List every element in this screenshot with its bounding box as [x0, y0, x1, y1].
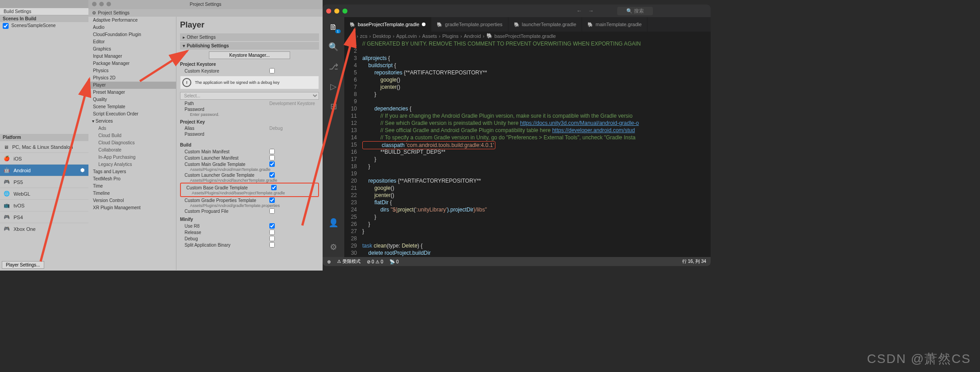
player-settings-button[interactable]: Player Settings...	[2, 261, 44, 269]
explorer-icon[interactable]: 🗎1	[328, 22, 339, 32]
sidebar-item-adaptive-performance[interactable]: Adaptive Performance	[88, 17, 176, 24]
nav-arrows[interactable]: ←→	[577, 8, 594, 14]
platform-pc-mac-linux-standalon[interactable]: 🖥PC, Mac & Linux Standalon	[0, 141, 88, 152]
breadcrumb-item[interactable]: Assets	[422, 33, 437, 39]
platform-xbox-one[interactable]: 🎮Xbox One	[0, 223, 88, 234]
sidebar-item-audio[interactable]: Audio	[88, 24, 176, 31]
search-icon[interactable]: 🔍	[328, 41, 339, 52]
build-checkbox[interactable]	[269, 197, 275, 203]
code-content[interactable]: // GENERATED BY UNITY. REMOVE THIS COMME…	[362, 40, 711, 257]
sidebar-item-cloud-build[interactable]: Cloud Build	[88, 132, 176, 139]
sidebar-item-timeline[interactable]: Timeline	[88, 190, 176, 197]
platform-ps4[interactable]: 🎮PS4	[0, 211, 88, 223]
account-icon[interactable]: 👤	[328, 217, 339, 228]
sidebar-item-graphics[interactable]: Graphics	[88, 46, 176, 53]
sidebar-item-physics-2d[interactable]: Physics 2D	[88, 74, 176, 82]
alias-value: Debug	[269, 126, 319, 131]
traffic-lights[interactable]	[326, 9, 347, 14]
platform-android[interactable]: 🤖Android⬢	[0, 164, 88, 176]
breadcrumb-item[interactable]: baseProjectTemplate.gradle	[495, 33, 556, 39]
platform-webgl[interactable]: 🌐WebGL	[0, 188, 88, 199]
sidebar-item-player[interactable]: Player	[88, 82, 176, 89]
minify-checkbox[interactable]	[269, 223, 275, 229]
line-col-status[interactable]: 行 16, 列 34	[682, 258, 706, 265]
status-bar[interactable]: ⊕ ⚠ 受限模式 ⊘ 0 ⚠ 0 📡 0 行 16, 列 34	[323, 257, 711, 266]
breadcrumb-item[interactable]: Desktop	[373, 33, 391, 39]
editor-tab-launcherTemplate-gradle[interactable]: 🐘launcherTemplate.gradle	[508, 17, 582, 32]
breadcrumb[interactable]: rs›zcs›Desktop›AppLovin›Assets›Plugins›A…	[344, 32, 711, 40]
services-header[interactable]: ▾ Services	[88, 118, 176, 125]
keystore-manager-button[interactable]: Keystore Manager...	[209, 51, 290, 59]
sidebar-item-package-manager[interactable]: Package Manager	[88, 60, 176, 67]
gradle-icon: 🐘	[587, 22, 593, 27]
gear-icon[interactable]: ⚙	[328, 242, 339, 253]
sidebar-item-legacy-analytics[interactable]: Legacy Analytics	[88, 161, 176, 168]
nav-forward-icon[interactable]: →	[588, 8, 594, 14]
build-checkbox[interactable]	[269, 161, 275, 167]
split-binary-checkbox[interactable]	[269, 242, 275, 248]
sidebar-item-physics[interactable]: Physics	[88, 67, 176, 74]
build-checkbox[interactable]	[269, 208, 275, 214]
editor-tab-gradleTemplate-properties[interactable]: 🐘gradleTemplate.properties	[431, 17, 508, 32]
build-item-custom-main-manifest: Custom Main Manifest	[180, 148, 319, 155]
build-checkbox[interactable]	[271, 185, 277, 190]
scene-row[interactable]: Scenes/SampleScene	[0, 22, 88, 30]
sidebar-item-version-control[interactable]: Version Control	[88, 197, 176, 204]
build-item-path: Assets/Plugins/Android/gradleTemplate.pr…	[180, 203, 319, 208]
minify-checkbox[interactable]	[269, 236, 275, 241]
sidebar-item-script-execution-order[interactable]: Script Execution Order	[88, 110, 176, 118]
editor-tab-mainTemplate-gradle[interactable]: 🐘mainTemplate.gradle	[582, 17, 647, 32]
settings-sidebar[interactable]: Adaptive PerformanceAudioCloudFoundation…	[88, 17, 176, 270]
sidebar-item-quality[interactable]: Quality	[88, 96, 176, 103]
sidebar-item-scene-template[interactable]: Scene Template	[88, 103, 176, 110]
nav-back-icon[interactable]: ←	[577, 8, 582, 14]
debug-icon[interactable]: ▷	[328, 81, 339, 92]
build-checkbox[interactable]	[269, 149, 275, 154]
breadcrumb-item[interactable]: Android	[464, 33, 481, 39]
chevron-right-icon: ›	[419, 33, 421, 39]
source-control-icon[interactable]: ⎇	[328, 61, 339, 72]
sidebar-item-collaborate[interactable]: Collaborate	[88, 147, 176, 154]
minify-checkbox[interactable]	[269, 230, 275, 235]
errors-count[interactable]: ⊘ 0 ⚠ 0	[367, 259, 383, 264]
project-settings-tab[interactable]: ⚙ Project Settings	[88, 9, 323, 17]
code-editor[interactable]: 1234567891011121314151617181920212223242…	[344, 40, 711, 257]
breadcrumb-item[interactable]: rs	[351, 33, 355, 39]
breadcrumb-item[interactable]: AppLovin	[396, 33, 417, 39]
activity-bar[interactable]: 🗎1 🔍 ⎇ ▷ ⊞ 👤 ⚙	[323, 17, 344, 257]
other-settings-fold[interactable]: ▸Other Settings	[180, 33, 319, 41]
breadcrumb-item[interactable]: Plugins	[442, 33, 458, 39]
extensions-icon[interactable]: ⊞	[328, 101, 339, 112]
restricted-mode[interactable]: ⚠ 受限模式	[337, 258, 361, 265]
sidebar-item-textmesh-pro[interactable]: TextMesh Pro	[88, 175, 176, 183]
sidebar-item-xr-plugin-management[interactable]: XR Plugin Management	[88, 204, 176, 211]
scene-checkbox[interactable]	[3, 23, 9, 29]
build-checkbox[interactable]	[269, 172, 275, 178]
sidebar-item-preset-manager[interactable]: Preset Manager	[88, 89, 176, 96]
sidebar-item-tags-and-layers[interactable]: Tags and Layers	[88, 168, 176, 175]
publishing-settings-fold[interactable]: ▾Publishing Settings	[180, 42, 319, 50]
sidebar-item-ads[interactable]: Ads	[88, 125, 176, 132]
editor-tab-baseProjectTemplate-gradle[interactable]: 🐘baseProjectTemplate.gradle	[344, 17, 431, 32]
keystore-select[interactable]: Select...	[180, 92, 319, 100]
sidebar-item-cloud-diagnostics[interactable]: Cloud Diagnostics	[88, 139, 176, 147]
vscode-titlebar[interactable]: ←→ 🔍 搜索	[323, 5, 711, 17]
build-settings-tab[interactable]: Build Settings	[0, 8, 88, 15]
editor-tabs[interactable]: 🐘baseProjectTemplate.gradle🐘gradleTempla…	[344, 17, 711, 32]
remote-icon[interactable]: ⊕	[327, 259, 331, 264]
sidebar-item-in-app-purchasing[interactable]: In-App Purchasing	[88, 154, 176, 161]
build-checkbox[interactable]	[269, 155, 275, 161]
search-input[interactable]: 🔍 搜索	[617, 7, 653, 15]
breadcrumb-item[interactable]: zcs	[360, 33, 368, 39]
project-settings-titlebar: Project Settings	[88, 0, 323, 9]
sidebar-item-editor[interactable]: Editor	[88, 38, 176, 46]
platform-ps5[interactable]: 🎮PS5	[0, 176, 88, 188]
password-label-2: Password	[180, 132, 266, 137]
platform-ios[interactable]: 🍎iOS	[0, 152, 88, 164]
platform-tvos[interactable]: 📺tvOS	[0, 199, 88, 211]
sidebar-item-cloudfoundation-plugin[interactable]: CloudFoundation Plugin	[88, 31, 176, 38]
radio-status[interactable]: 📡 0	[389, 259, 398, 264]
custom-keystore-checkbox[interactable]	[269, 68, 275, 73]
sidebar-item-time[interactable]: Time	[88, 183, 176, 190]
sidebar-item-input-manager[interactable]: Input Manager	[88, 53, 176, 60]
